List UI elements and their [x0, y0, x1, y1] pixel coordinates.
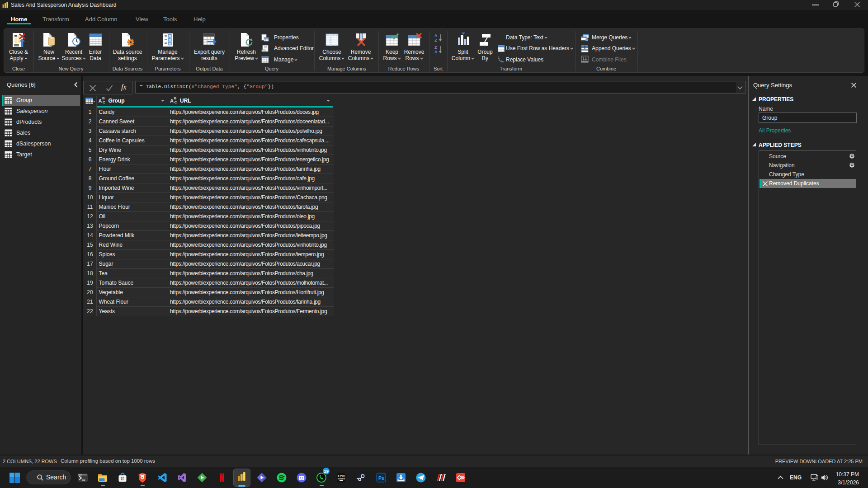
svg-text:Z: Z: [434, 38, 437, 42]
svg-text:GAMES: GAMES: [338, 478, 345, 480]
svg-text:A: A: [434, 50, 438, 54]
svg-text:Ps: Ps: [378, 475, 384, 481]
svg-text:EPIC: EPIC: [338, 474, 344, 478]
svg-text:A: A: [434, 33, 438, 38]
svg-text:1: 1: [498, 56, 500, 60]
svg-text:Z: Z: [434, 45, 437, 50]
